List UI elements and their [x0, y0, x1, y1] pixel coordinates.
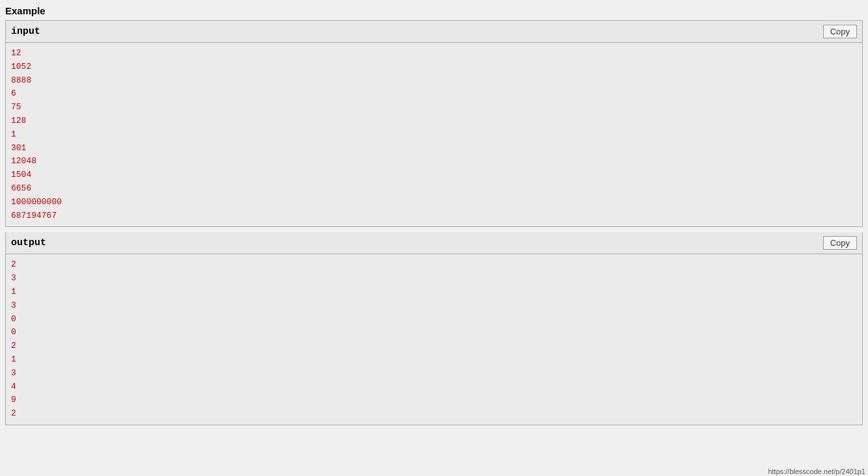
- input-copy-button[interactable]: Copy: [823, 25, 857, 38]
- list-item: 2: [11, 339, 857, 353]
- output-section-content: 231300213492: [6, 254, 862, 425]
- list-item: 3: [11, 272, 857, 285]
- list-item: 687194767: [11, 209, 857, 223]
- list-item: 2: [11, 258, 857, 272]
- output-section-header: output Copy: [6, 232, 862, 254]
- list-item: 0: [11, 313, 857, 326]
- output-section-label: output: [11, 237, 46, 248]
- output-copy-button[interactable]: Copy: [823, 236, 857, 250]
- list-item: 1: [11, 285, 857, 299]
- list-item: 1000000000: [11, 196, 857, 209]
- page-title: Example: [5, 5, 863, 16]
- list-item: 1052: [11, 60, 857, 74]
- list-item: 1: [11, 353, 857, 367]
- list-item: 6656: [11, 182, 857, 196]
- list-item: 75: [11, 101, 857, 114]
- list-item: 1: [11, 128, 857, 142]
- list-item: 301: [11, 142, 857, 155]
- list-item: 12: [11, 47, 857, 60]
- input-section-label: input: [11, 26, 40, 37]
- list-item: 3: [11, 299, 857, 313]
- list-item: 0: [11, 326, 857, 339]
- list-item: 8888: [11, 74, 857, 88]
- list-item: 9: [11, 393, 857, 407]
- list-item: 128: [11, 114, 857, 128]
- output-section: output Copy 231300213492: [5, 232, 863, 425]
- list-item: 4: [11, 380, 857, 394]
- input-section: input Copy 12105288886751281301120481504…: [5, 20, 863, 227]
- list-item: 2: [11, 407, 857, 421]
- list-item: 1504: [11, 168, 857, 182]
- list-item: 6: [11, 87, 857, 101]
- input-section-content: 1210528888675128130112048150466561000000…: [6, 43, 862, 226]
- input-section-header: input Copy: [6, 21, 862, 43]
- list-item: 12048: [11, 155, 857, 168]
- list-item: 3: [11, 367, 857, 380]
